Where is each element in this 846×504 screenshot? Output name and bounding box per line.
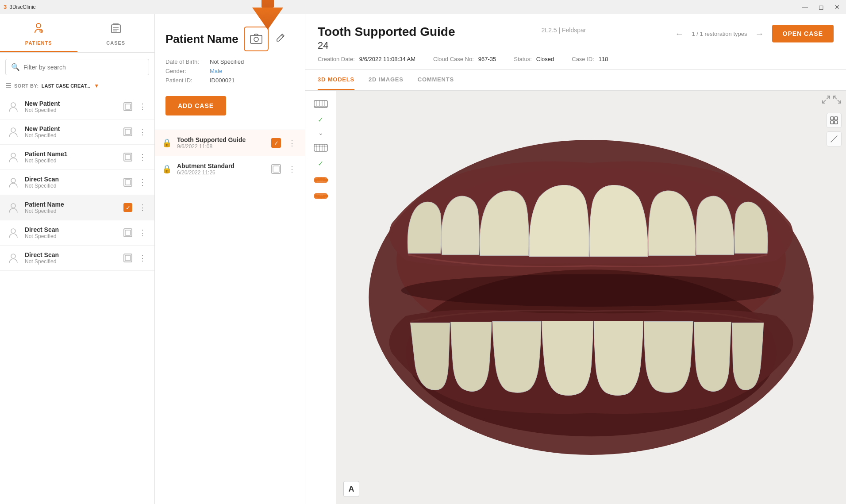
svg-rect-10 xyxy=(125,129,131,135)
pencil-button[interactable] xyxy=(827,131,842,146)
case-name: Tooth Supported Guide xyxy=(177,136,266,143)
svg-rect-14 xyxy=(125,180,131,185)
svg-rect-3 xyxy=(112,25,120,33)
patient-menu-icon[interactable]: ⋮ xyxy=(137,151,148,163)
patient-checkbox[interactable] xyxy=(123,228,132,237)
patient-checkbox[interactable] xyxy=(123,254,132,262)
case-title-group: Tooth Supported Guide 24 xyxy=(318,25,455,51)
patient-detail-name: Patient Name xyxy=(165,32,238,46)
teeth-orange-icon-2 xyxy=(313,191,328,201)
patient-sub: Not Specified xyxy=(25,183,119,189)
search-bar: 🔍 xyxy=(5,59,149,75)
sort-value[interactable]: LAST CASE CREAT... xyxy=(42,83,90,88)
patient-menu-icon[interactable]: ⋮ xyxy=(137,101,148,112)
case-date: 6/20/2022 11:26 xyxy=(177,169,266,176)
sidebar-item-cases[interactable]: CASES xyxy=(77,14,155,52)
svg-rect-17 xyxy=(125,230,131,235)
case-info: Tooth Supported Guide 9/6/2022 11:08 xyxy=(177,136,266,150)
creation-date-value: 9/6/2022 11:08:34 AM xyxy=(359,56,415,62)
case-menu-icon[interactable]: ⋮ xyxy=(286,163,298,175)
case-meta: Creation Date: 9/6/2022 11:08:34 AM Clou… xyxy=(318,56,834,62)
sidebar: PATIENTS CASES 🔍 xyxy=(0,14,155,504)
patient-menu-icon[interactable]: ⋮ xyxy=(137,202,148,213)
patient-checkbox[interactable] xyxy=(123,127,132,136)
upper-jaw-check: ✓ xyxy=(318,115,323,124)
svg-point-23 xyxy=(254,37,258,42)
patient-info: Direct Scan Not Specified xyxy=(25,251,119,265)
close-button[interactable]: ✕ xyxy=(832,3,842,12)
restore-button[interactable]: ◻ xyxy=(816,3,827,12)
patient-sub: Not Specified xyxy=(25,107,119,113)
expand-icon-1[interactable] xyxy=(822,95,842,104)
right-panel: Tooth Supported Guide 24 2L2.5 | Feldspa… xyxy=(305,14,846,504)
dob-field: Date of Birth: Not Specified xyxy=(165,58,294,65)
main-content: Patient Name xyxy=(155,14,846,504)
window-controls: — ◻ ✕ xyxy=(799,3,842,12)
list-item[interactable]: Direct Scan Not Specified ⋮ xyxy=(0,246,154,271)
sort-chevron-icon[interactable]: ▼ xyxy=(94,83,99,89)
patient-name: Direct Scan xyxy=(25,226,119,233)
svg-point-61 xyxy=(401,274,781,307)
list-item[interactable]: Direct Scan Not Specified ⋮ xyxy=(0,170,154,195)
edit-button[interactable] xyxy=(276,33,285,45)
list-item[interactable]: New Patient Not Specified ⋮ xyxy=(0,94,154,119)
restoration-info: 1 / 1 restoration types xyxy=(692,31,747,37)
svg-line-24 xyxy=(281,35,283,37)
photo-button[interactable] xyxy=(244,27,269,51)
patient-sub: Not Specified xyxy=(25,233,119,239)
gender-value: Male xyxy=(210,68,222,74)
svg-rect-25 xyxy=(273,166,279,172)
case-item[interactable]: 🔒 Tooth Supported Guide 9/6/2022 11:08 ✓… xyxy=(155,130,305,156)
upper-jaw-icon[interactable] xyxy=(313,98,329,114)
search-input[interactable] xyxy=(23,64,143,71)
teeth-orange-icon-1 xyxy=(313,177,328,187)
app-title: 3DiscClinic xyxy=(9,4,35,10)
tab-3d-models[interactable]: 3D MODELS xyxy=(318,70,354,90)
sidebar-nav: PATIENTS CASES xyxy=(0,14,154,53)
tab-comments[interactable]: COMMENTS xyxy=(418,70,454,90)
patient-checkbox[interactable] xyxy=(123,178,132,187)
patient-menu-icon[interactable]: ⋮ xyxy=(137,177,148,188)
list-item[interactable]: Patient Name1 Not Specified ⋮ xyxy=(0,145,154,170)
tab-2d-images[interactable]: 2D IMAGES xyxy=(369,70,404,90)
prev-restoration-button[interactable]: ← xyxy=(673,26,687,42)
svg-point-15 xyxy=(11,204,15,208)
svg-point-0 xyxy=(36,23,41,28)
case-menu-icon[interactable]: ⋮ xyxy=(286,137,298,149)
list-item[interactable]: Patient Name Not Specified ✓ ⋮ xyxy=(0,195,154,220)
label-a-button[interactable]: A xyxy=(343,481,359,497)
avatar xyxy=(6,175,20,189)
pid-field: Patient ID: ID000021 xyxy=(165,77,294,84)
lock-icon: 🔒 xyxy=(162,164,172,174)
case-id-item: Case ID: 118 xyxy=(572,56,608,62)
sidebar-item-patients[interactable]: PATIENTS xyxy=(0,14,77,52)
minimize-button[interactable]: — xyxy=(799,3,811,12)
next-restoration-button[interactable]: → xyxy=(753,26,767,42)
patient-menu-icon[interactable]: ⋮ xyxy=(137,252,148,264)
open-case-button[interactable]: OPEN CASE xyxy=(772,25,834,42)
patient-info: Patient Name1 Not Specified xyxy=(25,150,119,164)
patient-checkbox[interactable]: ✓ xyxy=(123,203,132,212)
case-id-label: Case ID: xyxy=(572,56,594,62)
creation-date-item: Creation Date: 9/6/2022 11:08:34 AM xyxy=(318,56,415,62)
filter-icon: ☰ xyxy=(5,81,12,90)
collapse-icon[interactable]: ⌄ xyxy=(318,129,323,136)
patient-menu-icon[interactable]: ⋮ xyxy=(137,227,148,239)
grid-view-button[interactable] xyxy=(827,113,842,128)
patient-menu-icon[interactable]: ⋮ xyxy=(137,126,148,138)
case-checkbox[interactable] xyxy=(271,164,281,174)
add-case-button[interactable]: ADD CASE xyxy=(165,96,226,115)
right-toolbar xyxy=(827,113,842,146)
patient-info: Direct Scan Not Specified xyxy=(25,176,119,189)
case-id-value: 118 xyxy=(599,56,608,62)
patient-checkbox[interactable] xyxy=(123,153,132,162)
list-item[interactable]: Direct Scan Not Specified ⋮ xyxy=(0,220,154,246)
list-item[interactable]: New Patient Not Specified ⋮ xyxy=(0,119,154,145)
expand-controls xyxy=(822,95,842,104)
status-item: Status: Closed xyxy=(514,56,554,62)
avatar xyxy=(6,125,20,139)
case-checkbox[interactable]: ✓ xyxy=(271,138,281,148)
lower-jaw-icon[interactable] xyxy=(313,142,329,158)
case-item[interactable]: 🔒 Abutment Standard 6/20/2022 11:26 ⋮ xyxy=(155,156,305,182)
patient-checkbox[interactable] xyxy=(123,102,132,111)
